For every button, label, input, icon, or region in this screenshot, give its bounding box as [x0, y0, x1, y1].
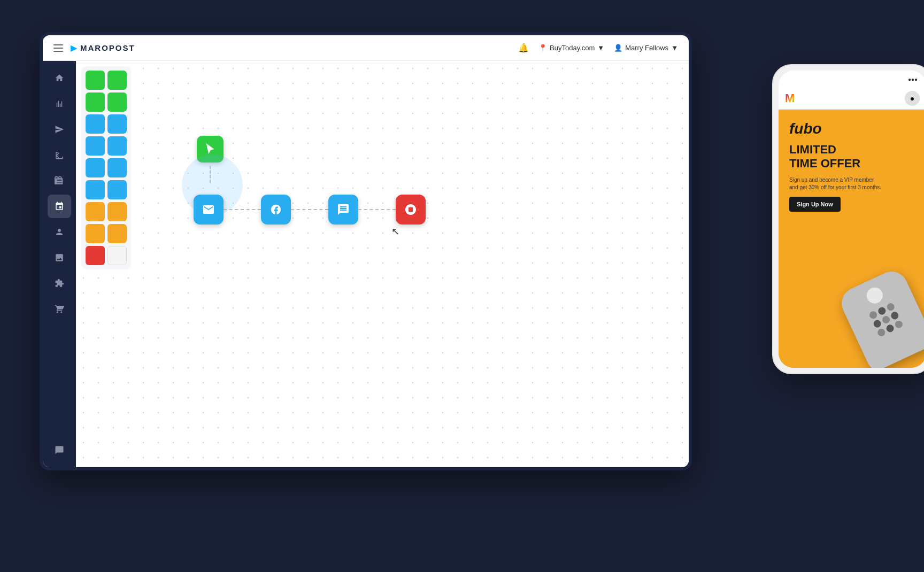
- cursor-node[interactable]: [197, 136, 224, 163]
- store-dropdown-icon: ▼: [597, 44, 604, 52]
- palette-swatch-yellow2[interactable]: [107, 202, 127, 221]
- remote-btn-9: [894, 319, 904, 329]
- sidebar-item-campaigns[interactable]: [48, 118, 71, 141]
- ad-content-area: fubo LIMITED TIME OFFER Sign up and beco…: [779, 110, 924, 368]
- logo-arrow-icon: ▶: [71, 43, 77, 53]
- trigger-node-group: [197, 136, 224, 183]
- remote-btn-1: [868, 310, 879, 320]
- connector-1: [224, 209, 261, 210]
- cursor-pointer-icon: ↖: [391, 226, 399, 237]
- sidebar-item-store[interactable]: [48, 297, 71, 321]
- email-flow-node[interactable]: [194, 195, 224, 225]
- palette-swatch-blue3[interactable]: [86, 136, 105, 156]
- connector-2: [291, 209, 328, 210]
- facebook-flow-node[interactable]: [261, 195, 291, 225]
- pin-icon: 📍: [538, 44, 547, 52]
- connector-3: [358, 209, 396, 210]
- remote-btn-6: [890, 311, 900, 321]
- palette-swatch-green2[interactable]: [107, 71, 127, 90]
- palette-panel: [81, 66, 131, 269]
- sidebar-item-analytics[interactable]: [48, 92, 71, 115]
- menu-button[interactable]: [53, 44, 63, 52]
- sms-flow-node[interactable]: [328, 195, 358, 225]
- store-name: BuyToday.com: [550, 44, 595, 52]
- user-circle-icon: 👤: [614, 44, 622, 52]
- vertical-connector: [210, 166, 211, 183]
- signup-button[interactable]: Sign Up Now: [789, 197, 841, 212]
- sms-icon: [337, 203, 350, 216]
- sidebar-item-flows[interactable]: [48, 195, 71, 218]
- palette-swatch-blue2[interactable]: [107, 114, 127, 134]
- palette-swatch-red1[interactable]: [86, 246, 105, 265]
- palette-swatch-yellow4[interactable]: [107, 224, 127, 243]
- notification-bell-icon[interactable]: 🔔: [518, 43, 529, 53]
- app-name: MAROPOST: [80, 43, 135, 52]
- remote-btn-7: [876, 328, 887, 338]
- palette-swatch-blue1[interactable]: [86, 114, 105, 134]
- user-dropdown-icon: ▼: [671, 44, 678, 52]
- remote-area: [779, 247, 924, 368]
- palette-swatch-blue5[interactable]: [86, 158, 105, 177]
- palette-swatch-blue6[interactable]: [107, 158, 127, 177]
- sidebar-item-media[interactable]: [48, 246, 71, 269]
- sidebar-item-home[interactable]: [48, 66, 71, 90]
- email-icon: [202, 203, 215, 216]
- gmail-bar: M ●: [779, 88, 924, 110]
- palette-swatch-green4[interactable]: [107, 92, 127, 112]
- sidebar-item-contacts[interactable]: [48, 220, 71, 244]
- remote-control: [836, 266, 924, 368]
- palette-swatch-blue7[interactable]: [86, 180, 105, 199]
- remote-btn-3: [886, 302, 896, 312]
- sidebar-item-journeys[interactable]: [48, 169, 71, 192]
- cursor-icon: [204, 143, 216, 155]
- stop-icon: [404, 203, 417, 216]
- ad-subtext: Sign up and become a VIP memberand get 3…: [789, 176, 915, 191]
- phone-mockup: ●●● M ● fubo LIMITED TIME OFFER Sign up …: [772, 64, 924, 374]
- remote-btn-4: [872, 319, 882, 329]
- sidebar-item-plugins[interactable]: [48, 272, 71, 295]
- gmail-logo: M: [785, 91, 795, 105]
- gmail-avatar: ●: [905, 91, 920, 106]
- user-name: Marry Fellows: [625, 44, 668, 52]
- remote-buttons: [868, 302, 904, 337]
- user-selector[interactable]: 👤 Marry Fellows ▼: [614, 44, 678, 52]
- phone-statusbar: ●●●: [779, 71, 924, 88]
- palette-swatch-blue4[interactable]: [107, 136, 127, 156]
- logo: ▶ MAROPOST: [71, 43, 135, 53]
- facebook-icon: [270, 204, 282, 215]
- palette-swatch-empty[interactable]: [107, 246, 127, 265]
- remote-btn-2: [877, 306, 887, 316]
- phone-status-icons: ●●●: [908, 76, 918, 82]
- palette-swatch-green3[interactable]: [86, 92, 105, 112]
- remote-circle: [864, 285, 886, 306]
- flow-row: ↖: [194, 195, 426, 225]
- remote-btn-8: [885, 323, 895, 334]
- palette-swatch-blue8[interactable]: [107, 180, 127, 199]
- palette-swatch-green1[interactable]: [86, 71, 105, 90]
- remote-btn-5: [881, 315, 891, 325]
- sidebar-item-chat[interactable]: [48, 438, 71, 462]
- store-selector[interactable]: 📍 BuyToday.com ▼: [538, 44, 604, 52]
- ad-headline: LIMITED TIME OFFER: [789, 143, 915, 171]
- palette-swatch-yellow3[interactable]: [86, 224, 105, 243]
- canvas-area[interactable]: ↖: [76, 61, 689, 467]
- sidebar: [43, 61, 76, 467]
- stop-flow-node[interactable]: [396, 195, 426, 225]
- monitor: ▶ MAROPOST 🔔 📍 BuyToday.com ▼ 👤 Marry Fe…: [40, 32, 692, 470]
- sidebar-item-broadcasts[interactable]: [48, 143, 71, 167]
- palette-swatch-yellow1[interactable]: [86, 202, 105, 221]
- fubo-logo: fubo: [789, 120, 915, 137]
- topbar: ▶ MAROPOST 🔔 📍 BuyToday.com ▼ 👤 Marry Fe…: [43, 35, 689, 61]
